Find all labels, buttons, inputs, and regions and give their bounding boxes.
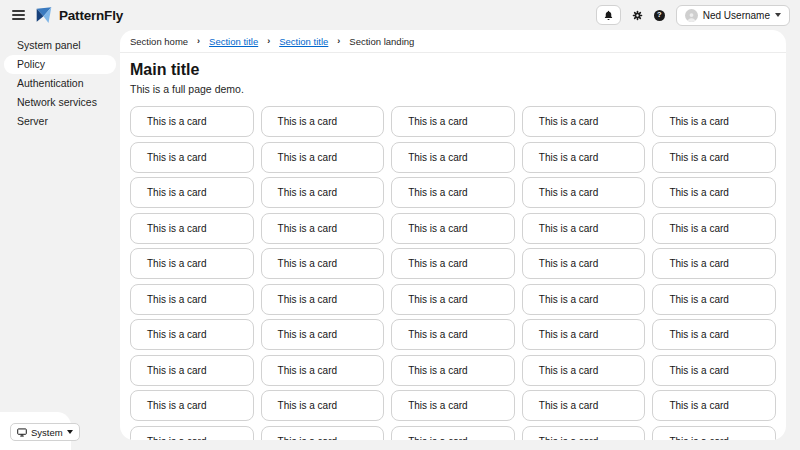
card: This is a card: [130, 142, 254, 173]
card: This is a card: [522, 177, 646, 208]
card: This is a card: [261, 177, 385, 208]
sidebar-item[interactable]: Policy: [4, 55, 116, 74]
sidebar: System panel Policy Authentication Netwo…: [0, 30, 120, 450]
context-selector-button[interactable]: System: [10, 423, 80, 441]
card-label: This is a card: [408, 294, 467, 305]
card: This is a card: [130, 248, 254, 279]
card: This is a card: [391, 355, 515, 386]
card: This is a card: [130, 213, 254, 244]
card: This is a card: [652, 142, 776, 173]
card-label: This is a card: [669, 329, 728, 340]
card-label: This is a card: [669, 116, 728, 127]
sidebar-item[interactable]: Server: [0, 112, 120, 131]
card-label: This is a card: [147, 187, 206, 198]
chevron-down-icon: [67, 430, 73, 434]
card-label: This is a card: [278, 294, 337, 305]
card: This is a card: [652, 106, 776, 137]
avatar-icon: [685, 9, 698, 22]
card: This is a card: [652, 355, 776, 386]
help-button[interactable]: ?: [654, 10, 665, 21]
card: This is a card: [391, 142, 515, 173]
context-selector-label: System: [31, 427, 63, 438]
card-label: This is a card: [278, 223, 337, 234]
card: This is a card: [261, 142, 385, 173]
card: This is a card: [652, 319, 776, 350]
card-label: This is a card: [147, 294, 206, 305]
sidebar-item-label: Server: [17, 115, 48, 127]
card-label: This is a card: [669, 436, 728, 441]
card-label: This is a card: [408, 258, 467, 269]
page-title: Main title: [130, 61, 776, 79]
card-label: This is a card: [408, 436, 467, 441]
card-label: This is a card: [408, 223, 467, 234]
card-label: This is a card: [278, 436, 337, 441]
card-grid: This is a cardThis is a cardThis is a ca…: [130, 106, 776, 440]
card: This is a card: [652, 284, 776, 315]
card-label: This is a card: [408, 329, 467, 340]
card: This is a card: [130, 284, 254, 315]
user-menu-button[interactable]: Ned Username: [676, 5, 790, 26]
card-label: This is a card: [669, 152, 728, 163]
sidebar-footer: System: [0, 412, 71, 450]
card: This is a card: [522, 284, 646, 315]
card: This is a card: [130, 390, 254, 421]
card: This is a card: [261, 426, 385, 441]
card: This is a card: [261, 106, 385, 137]
card-label: This is a card: [278, 152, 337, 163]
card-label: This is a card: [408, 365, 467, 376]
notifications-button[interactable]: [596, 5, 621, 25]
card-label: This is a card: [669, 258, 728, 269]
brand-name: PatternFly: [59, 8, 123, 23]
card: This is a card: [522, 319, 646, 350]
card-label: This is a card: [408, 152, 467, 163]
masthead: PatternFly: [0, 0, 800, 30]
card: This is a card: [261, 284, 385, 315]
breadcrumb-item-label[interactable]: Section title: [279, 36, 328, 47]
card-label: This is a card: [147, 365, 206, 376]
page-content: Main title This is a full page demo. Thi…: [120, 53, 786, 440]
sidebar-item[interactable]: System panel: [0, 36, 120, 55]
card-label: This is a card: [147, 152, 206, 163]
settings-button[interactable]: [632, 10, 643, 21]
breadcrumb-item: Section home ›: [130, 36, 200, 47]
card: This is a card: [522, 142, 646, 173]
card: This is a card: [522, 426, 646, 441]
patternfly-logo-icon: [35, 6, 53, 24]
card-label: This is a card: [539, 258, 598, 269]
card: This is a card: [261, 390, 385, 421]
card-label: This is a card: [147, 258, 206, 269]
card-label: This is a card: [669, 400, 728, 411]
card: This is a card: [130, 319, 254, 350]
card: This is a card: [652, 426, 776, 441]
card-label: This is a card: [278, 329, 337, 340]
breadcrumb-item-label[interactable]: Section title: [209, 36, 258, 47]
card-label: This is a card: [147, 223, 206, 234]
breadcrumb-separator-icon: ›: [337, 36, 340, 47]
card-label: This is a card: [539, 329, 598, 340]
card-label: This is a card: [408, 116, 467, 127]
card-label: This is a card: [278, 258, 337, 269]
hamburger-icon[interactable]: [12, 8, 25, 22]
card-label: This is a card: [539, 152, 598, 163]
sidebar-item-label: Authentication: [17, 77, 84, 89]
card: This is a card: [522, 248, 646, 279]
card-label: This is a card: [539, 400, 598, 411]
breadcrumb: Section home › Section title › Section t…: [120, 30, 786, 53]
sidebar-item-label: System panel: [17, 39, 81, 51]
card-label: This is a card: [147, 329, 206, 340]
card: This is a card: [652, 213, 776, 244]
brand[interactable]: PatternFly: [35, 6, 123, 24]
sidebar-item[interactable]: Network services: [0, 93, 120, 112]
breadcrumb-item-label: Section home: [130, 36, 188, 47]
page-description: This is a full page demo.: [130, 83, 776, 95]
card-label: This is a card: [278, 116, 337, 127]
card: This is a card: [261, 355, 385, 386]
card: This is a card: [391, 106, 515, 137]
card: This is a card: [261, 213, 385, 244]
card: This is a card: [391, 426, 515, 441]
card-label: This is a card: [147, 116, 206, 127]
card-label: This is a card: [147, 400, 206, 411]
bell-icon: [603, 10, 614, 21]
sidebar-item[interactable]: Authentication: [0, 74, 120, 93]
breadcrumb-item-label: Section landing: [349, 36, 414, 47]
